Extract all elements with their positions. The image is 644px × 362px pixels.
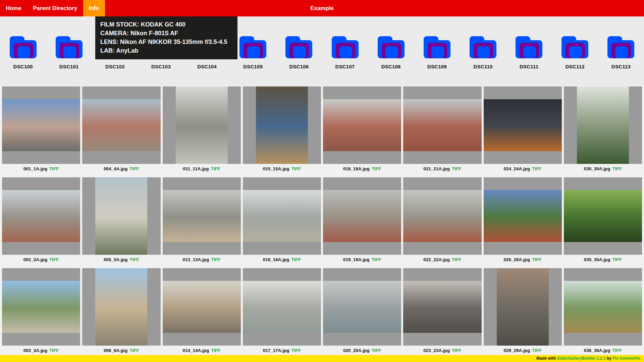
folder-item-dsc113[interactable]: DSC113 xyxy=(598,16,644,86)
photo-thumbnail xyxy=(95,268,147,346)
photo-thumbnail-link[interactable] xyxy=(564,268,642,346)
photo-thumbnail-link[interactable] xyxy=(484,177,562,255)
nav-item-info[interactable]: Info xyxy=(83,0,105,16)
photo-gallery-grid: 001_1A.jpg TIFF 004_4A.jpg TIFF 011_11A.… xyxy=(0,86,644,359)
folder-item-dsc106[interactable]: DSC106 xyxy=(276,16,322,86)
photo-thumbnail-link[interactable] xyxy=(163,268,241,346)
photo-filename: 022_22A.jpg xyxy=(423,257,450,268)
photo-thumbnail-link[interactable] xyxy=(163,86,241,164)
photo-filename: 024_24A.jpg xyxy=(503,166,530,177)
folder-icon xyxy=(470,36,496,58)
photo-thumbnail-link[interactable] xyxy=(243,177,321,255)
photo-thumbnail-link[interactable] xyxy=(82,86,160,164)
folder-icon xyxy=(424,36,450,58)
folder-label: DSC104 xyxy=(197,64,217,69)
photo-thumbnail-link[interactable] xyxy=(484,268,562,346)
tiff-download-link[interactable]: TIFF xyxy=(129,257,139,268)
tiff-download-link[interactable]: TIFF xyxy=(532,257,542,268)
photo-thumbnail xyxy=(2,190,80,242)
photo-card: 001_1A.jpg TIFF xyxy=(2,86,80,177)
photo-thumbnail xyxy=(484,190,562,242)
photo-thumbnail-link[interactable] xyxy=(243,86,321,164)
tiff-download-link[interactable]: TIFF xyxy=(291,257,301,268)
photo-thumbnail xyxy=(577,86,629,164)
tiff-download-link[interactable]: TIFF xyxy=(612,166,622,177)
folder-item-dsc108[interactable]: DSC108 xyxy=(368,16,414,86)
folder-label: DSC111 xyxy=(520,64,538,69)
photo-card: 021_21A.jpg TIFF xyxy=(403,86,481,177)
photo-card: 035_35A.jpg TIFF xyxy=(564,177,642,268)
photo-thumbnail-link[interactable] xyxy=(484,86,562,164)
folder-icon xyxy=(516,36,542,58)
photo-card: 014_14A.jpg TIFF xyxy=(163,268,241,359)
tiff-download-link[interactable]: TIFF xyxy=(211,166,221,177)
photo-filename: 004_4A.jpg xyxy=(104,166,127,177)
folder-label: DSC112 xyxy=(566,64,585,69)
tiff-download-link[interactable]: TIFF xyxy=(452,257,462,268)
tiff-download-link[interactable]: TIFF xyxy=(532,166,542,177)
photo-card-label: 016_16A.jpg TIFF xyxy=(243,255,321,268)
nav-item-parent-directory[interactable]: Parent Directory xyxy=(27,0,83,16)
photo-thumbnail xyxy=(82,99,160,151)
photo-thumbnail-link[interactable] xyxy=(323,177,401,255)
photo-thumbnail xyxy=(163,190,241,242)
photo-card-label: 019_19A.jpg TIFF xyxy=(323,255,401,268)
tiff-download-link[interactable]: TIFF xyxy=(211,257,221,268)
folder-item-dsc107[interactable]: DSC107 xyxy=(322,16,368,86)
photo-thumbnail-link[interactable] xyxy=(403,268,481,346)
nav-item-home[interactable]: Home xyxy=(0,0,27,16)
photo-thumbnail xyxy=(564,281,642,333)
photo-filename: 002_2A.jpg xyxy=(23,257,47,268)
photo-thumbnail xyxy=(403,281,481,333)
tiff-download-link[interactable]: TIFF xyxy=(372,166,381,177)
photo-thumbnail-link[interactable] xyxy=(564,177,642,255)
photo-thumbnail xyxy=(95,177,147,255)
folder-item-dsc109[interactable]: DSC109 xyxy=(414,16,460,86)
photo-card: 013_13A.jpg TIFF xyxy=(163,177,241,268)
tiff-download-link[interactable]: TIFF xyxy=(49,166,59,177)
tiff-download-link[interactable]: TIFF xyxy=(49,257,59,268)
folder-icon xyxy=(561,36,588,58)
photo-thumbnail-link[interactable] xyxy=(403,177,481,255)
photo-card-label: 021_21A.jpg TIFF xyxy=(403,164,481,177)
folder-item-dsc112[interactable]: DSC112 xyxy=(552,16,598,86)
photo-thumbnail xyxy=(403,99,481,151)
photo-thumbnail xyxy=(403,190,481,242)
info-line-film-stock: FILM STOCK: KODAK GC 400 xyxy=(100,20,232,29)
photo-filename: 011_11A.jpg xyxy=(183,166,209,177)
folder-item-dsc101[interactable]: DSC101 xyxy=(46,16,92,86)
photo-thumbnail-link[interactable] xyxy=(243,268,321,346)
photo-thumbnail-link[interactable] xyxy=(163,177,241,255)
folder-item-dsc111[interactable]: DSC111 xyxy=(506,16,552,86)
photo-thumbnail-link[interactable] xyxy=(323,86,401,164)
tiff-download-link[interactable]: TIFF xyxy=(452,166,462,177)
photo-thumbnail-link[interactable] xyxy=(2,268,80,346)
tiff-download-link[interactable]: TIFF xyxy=(129,166,139,177)
photo-thumbnail-link[interactable] xyxy=(403,86,481,164)
photo-thumbnail xyxy=(176,86,228,164)
photo-thumbnail-link[interactable] xyxy=(82,268,160,346)
photo-thumbnail-link[interactable] xyxy=(564,86,642,164)
footer-author-link[interactable]: Flo Greistorfer. xyxy=(612,356,641,361)
photo-card: 003_3A.jpg TIFF xyxy=(2,268,80,359)
footer-made-with-text: Made with xyxy=(536,356,557,361)
footer-by-text: by xyxy=(605,356,612,361)
photo-card: 020_20A.jpg TIFF xyxy=(323,268,401,359)
photo-filename: 005_5A.jpg xyxy=(104,257,127,268)
photo-card: 023_23A.jpg TIFF xyxy=(403,268,481,359)
tiff-download-link[interactable]: TIFF xyxy=(372,257,381,268)
folder-item-dsc100[interactable]: DSC100 xyxy=(0,16,46,86)
photo-card: 030_30A.jpg TIFF xyxy=(564,86,642,177)
photo-card: 005_5A.jpg TIFF xyxy=(82,177,160,268)
photo-thumbnail-link[interactable] xyxy=(323,268,401,346)
folder-icon xyxy=(10,36,37,58)
tiff-download-link[interactable]: TIFF xyxy=(612,257,622,268)
footer-builder-link[interactable]: StaticGalleryBuilder 2.2.3 xyxy=(557,356,606,361)
photo-thumbnail-link[interactable] xyxy=(2,86,80,164)
photo-thumbnail-link[interactable] xyxy=(2,177,80,255)
tiff-download-link[interactable]: TIFF xyxy=(291,166,301,177)
photo-card: 011_11A.jpg TIFF xyxy=(163,86,241,177)
photo-thumbnail-link[interactable] xyxy=(82,177,160,255)
photo-card-label: 018_18A.jpg TIFF xyxy=(323,164,401,177)
folder-item-dsc110[interactable]: DSC110 xyxy=(460,16,506,86)
